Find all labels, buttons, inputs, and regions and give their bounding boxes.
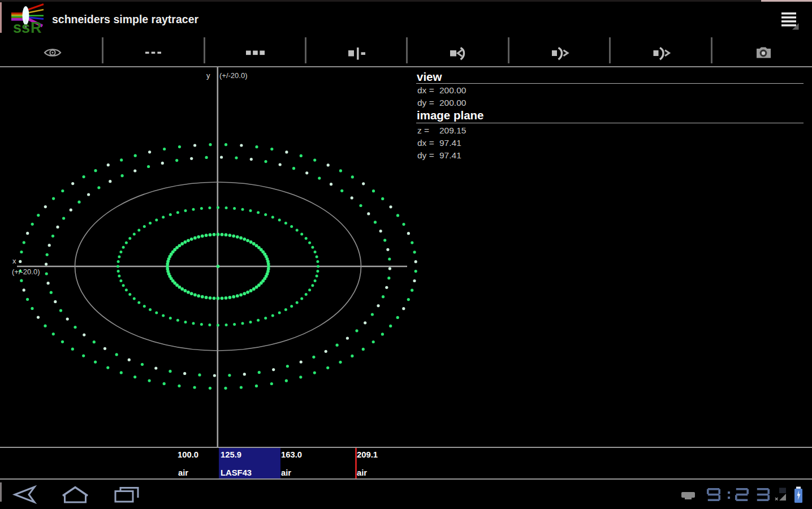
svg-text:R: R: [31, 19, 42, 36]
svg-text:ss: ss: [13, 19, 30, 36]
